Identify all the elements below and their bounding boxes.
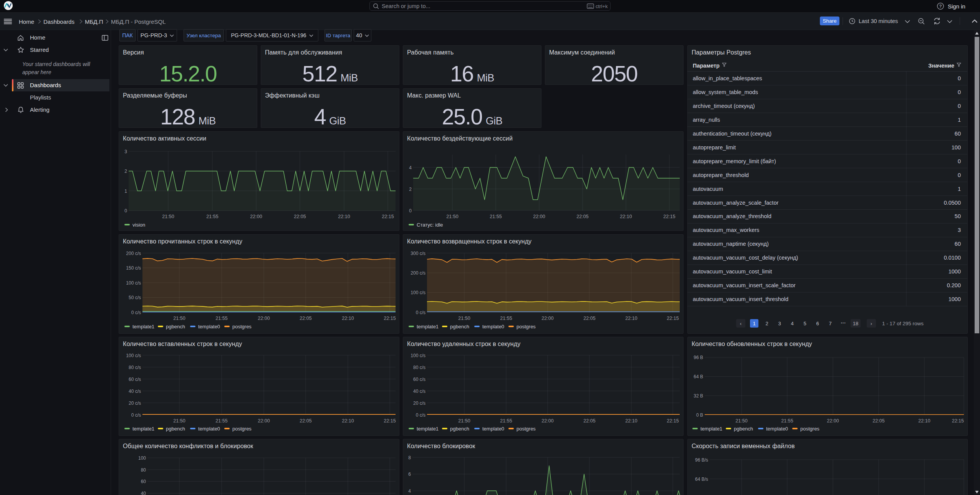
svg-text:22:00: 22:00	[258, 418, 270, 424]
svg-text:template0: template0	[482, 426, 504, 432]
svg-text:22:10: 22:10	[342, 316, 354, 321]
svg-text:template1: template1	[417, 426, 439, 432]
svg-text:21:50: 21:50	[162, 214, 174, 219]
svg-text:4: 4	[408, 488, 411, 494]
svg-text:0 c/s: 0 c/s	[416, 310, 425, 315]
svg-text:21:50: 21:50	[458, 418, 470, 424]
svg-text:100 c/s: 100 c/s	[411, 353, 425, 358]
svg-text:22:15: 22:15	[952, 418, 964, 424]
svg-text:template0: template0	[766, 426, 788, 432]
svg-text:template1: template1	[132, 426, 154, 432]
svg-text:22:10: 22:10	[918, 418, 930, 424]
svg-text:60 c/s: 60 c/s	[129, 377, 141, 382]
svg-text:60: 60	[141, 479, 146, 484]
svg-text:300 c/s: 300 c/s	[411, 251, 425, 256]
svg-text:pgbench: pgbench	[450, 426, 469, 432]
svg-text:20 c/s: 20 c/s	[413, 401, 425, 406]
svg-text:40: 40	[141, 491, 146, 495]
svg-text:4: 4	[409, 165, 412, 171]
svg-text:pgbench: pgbench	[166, 324, 185, 329]
svg-text:pgbench: pgbench	[450, 324, 469, 329]
svg-text:22:05: 22:05	[583, 418, 595, 424]
svg-text:32 B: 32 B	[694, 393, 703, 399]
svg-text:postgres: postgres	[800, 426, 819, 432]
svg-text:64 B: 64 B	[694, 374, 703, 379]
svg-text:21:55: 21:55	[490, 214, 502, 219]
svg-text:22:15: 22:15	[384, 418, 396, 424]
svg-text:22:05: 22:05	[300, 418, 311, 424]
svg-text:22:10: 22:10	[338, 214, 350, 219]
svg-text:64 B/s: 64 B/s	[695, 477, 708, 482]
svg-text:template0: template0	[198, 426, 220, 432]
svg-text:template1: template1	[700, 426, 722, 432]
svg-text:6: 6	[408, 472, 411, 477]
svg-text:22:15: 22:15	[663, 214, 675, 219]
svg-text:22:15: 22:15	[384, 316, 396, 321]
svg-text:0 B: 0 B	[696, 412, 703, 418]
svg-text:22:05: 22:05	[294, 214, 306, 219]
svg-text:20 c/s: 20 c/s	[129, 401, 141, 406]
svg-text:80 c/s: 80 c/s	[413, 365, 425, 370]
svg-text:22:00: 22:00	[541, 418, 553, 424]
svg-text:22:00: 22:00	[250, 214, 262, 219]
svg-text:vision: vision	[132, 222, 145, 228]
svg-text:8: 8	[408, 455, 411, 460]
svg-text:22:10: 22:10	[342, 418, 354, 424]
svg-text:96 B: 96 B	[694, 355, 703, 360]
svg-text:60 c/s: 60 c/s	[413, 377, 425, 382]
svg-text:postgres: postgres	[516, 324, 536, 329]
svg-text:22:10: 22:10	[625, 316, 637, 321]
svg-text:22:05: 22:05	[300, 316, 311, 321]
svg-text:2: 2	[124, 169, 127, 174]
svg-text:21:50: 21:50	[458, 316, 470, 321]
svg-text:50 c/s: 50 c/s	[129, 295, 141, 300]
svg-text:template1: template1	[417, 324, 439, 329]
svg-text:22:15: 22:15	[667, 316, 679, 321]
svg-text:21:55: 21:55	[206, 214, 218, 219]
svg-text:Статус: idle: Статус: idle	[417, 222, 443, 228]
svg-text:22:00: 22:00	[541, 316, 553, 321]
svg-text:22:15: 22:15	[667, 418, 679, 424]
svg-text:0 c/s: 0 c/s	[131, 412, 141, 418]
svg-text:template1: template1	[132, 324, 154, 329]
svg-text:22:05: 22:05	[583, 316, 595, 321]
svg-text:40 c/s: 40 c/s	[129, 389, 141, 394]
svg-text:21:50: 21:50	[446, 214, 458, 219]
svg-text:2: 2	[409, 187, 412, 192]
svg-text:21:55: 21:55	[781, 418, 793, 424]
svg-text:postgres: postgres	[232, 324, 252, 329]
svg-text:150 c/s: 150 c/s	[126, 265, 141, 271]
svg-text:0 c/s: 0 c/s	[131, 310, 141, 315]
svg-text:21:55: 21:55	[215, 418, 227, 424]
svg-text:21:50: 21:50	[173, 316, 185, 321]
svg-text:1: 1	[124, 189, 127, 194]
svg-text:22:10: 22:10	[625, 418, 637, 424]
svg-text:21:55: 21:55	[500, 316, 512, 321]
svg-text:22:00: 22:00	[533, 214, 545, 219]
svg-text:22:05: 22:05	[576, 214, 588, 219]
svg-text:template0: template0	[482, 324, 504, 329]
svg-text:0 c/s: 0 c/s	[416, 412, 425, 418]
svg-text:200 c/s: 200 c/s	[411, 270, 425, 276]
svg-text:21:50: 21:50	[173, 418, 185, 424]
svg-text:100: 100	[138, 455, 146, 461]
svg-text:22:00: 22:00	[258, 316, 270, 321]
svg-text:pgbench: pgbench	[166, 426, 185, 432]
svg-text:0: 0	[409, 208, 412, 214]
svg-text:80 c/s: 80 c/s	[129, 365, 141, 370]
svg-text:80: 80	[141, 467, 146, 473]
svg-text:40 c/s: 40 c/s	[413, 389, 425, 394]
svg-text:21:55: 21:55	[215, 316, 227, 321]
svg-text:96 B/s: 96 B/s	[695, 457, 708, 463]
svg-text:22:15: 22:15	[382, 214, 394, 219]
svg-text:100 c/s: 100 c/s	[126, 280, 141, 286]
svg-text:200 c/s: 200 c/s	[126, 251, 141, 256]
svg-text:postgres: postgres	[516, 426, 536, 432]
svg-text:pgbench: pgbench	[734, 426, 753, 432]
svg-text:22:05: 22:05	[872, 418, 884, 424]
svg-text:postgres: postgres	[232, 426, 252, 432]
svg-text:21:50: 21:50	[735, 418, 747, 424]
svg-text:22:10: 22:10	[620, 214, 632, 219]
svg-text:100 c/s: 100 c/s	[411, 290, 425, 295]
svg-text:3: 3	[124, 149, 127, 154]
